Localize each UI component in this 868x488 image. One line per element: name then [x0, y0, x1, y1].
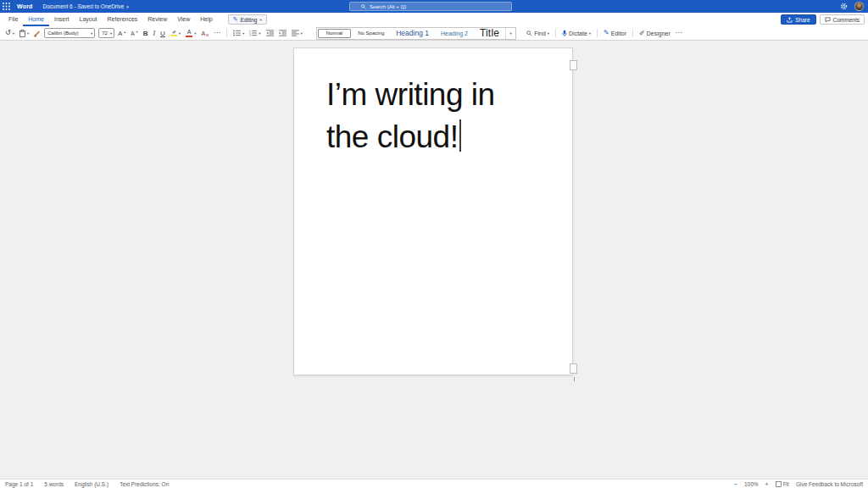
highlight-button[interactable]: ▾ [169, 28, 182, 39]
fit-label: Fit [783, 481, 789, 487]
zoom-level: 100% [744, 481, 759, 487]
menu-review[interactable]: Review [142, 13, 172, 26]
search-placeholder: Search (Alt + Q) [370, 4, 406, 9]
numbered-list-icon: 123 [249, 30, 257, 36]
dictate-button[interactable]: Dictate ▾ [560, 28, 593, 39]
chevron-down-icon: ▾ [126, 4, 129, 9]
search-input[interactable]: Search (Alt + Q) [349, 2, 512, 11]
feedback-link[interactable]: Give Feedback to Microsoft [796, 481, 863, 487]
grow-font-button[interactable]: A ▴ [116, 28, 127, 39]
overflow-icon: ⋯ [214, 30, 220, 36]
font-name-value: Calibri (Body) [47, 30, 78, 36]
clear-formatting-button[interactable]: A [199, 28, 210, 39]
menu-file[interactable]: File [3, 13, 23, 26]
bold-button[interactable]: B [142, 28, 150, 39]
search-icon [361, 4, 366, 9]
microphone-icon [562, 30, 567, 37]
gear-icon[interactable] [840, 3, 848, 10]
font-name-select[interactable]: Calibri (Body) ▾ [44, 28, 95, 38]
font-color-button[interactable]: A ▾ [184, 28, 198, 39]
menu-layout[interactable]: Layout [74, 13, 102, 26]
italic-button[interactable]: I [151, 28, 157, 39]
chevron-down-icon: ▾ [242, 31, 244, 36]
fit-page-button[interactable]: Fit [776, 481, 789, 487]
style-heading-1[interactable]: Heading 1 [390, 28, 435, 39]
document-text-line-1: I’m writing in [326, 74, 495, 116]
fit-page-icon [776, 481, 782, 487]
document-title[interactable]: Document 6 - Saved to OneDrive ▾ [43, 3, 129, 9]
word-count[interactable]: 5 words [44, 481, 64, 487]
menu-references[interactable]: References [103, 13, 143, 26]
editor-pen-icon: ✎ [604, 30, 609, 36]
designer-button[interactable]: ✐ Designer [637, 28, 672, 39]
status-bar: Page 1 of 1 5 words English (U.S.) Text … [0, 479, 868, 488]
format-painter-button[interactable] [32, 28, 42, 39]
header-margin-marker [570, 60, 577, 70]
document-title-text: Document 6 - Saved to OneDrive [43, 3, 125, 9]
font-size-select[interactable]: 72 ▾ [98, 28, 114, 38]
bullets-button[interactable]: ▾ [231, 28, 246, 39]
alignment-button[interactable]: ▾ [290, 28, 304, 39]
menu-view[interactable]: View [172, 13, 195, 26]
share-button[interactable]: Share [781, 14, 815, 25]
user-avatar[interactable] [854, 2, 864, 11]
document-page[interactable]: I’m writing in the cloud! [293, 47, 573, 375]
chevron-down-icon: ▾ [91, 31, 92, 36]
app-launcher-icon[interactable] [0, 0, 13, 13]
increase-indent-button[interactable] [277, 28, 288, 39]
comments-button[interactable]: Comments [820, 14, 865, 25]
ribbon-overflow-button[interactable]: ⋯ [674, 28, 684, 39]
document-text[interactable]: I’m writing in the cloud! [326, 74, 495, 158]
chevron-down-icon: ▾ [13, 31, 14, 36]
zoom-in-button[interactable]: + [765, 481, 769, 487]
caret-down-icon: ▾ [136, 30, 138, 34]
style-title[interactable]: Title [474, 28, 505, 39]
document-canvas: I’m writing in the cloud! [0, 41, 868, 479]
ribbon-divider [555, 29, 556, 37]
ribbon-divider [597, 29, 598, 37]
document-text-line-2: the cloud! [326, 116, 495, 158]
share-label: Share [795, 17, 810, 23]
style-no-spacing[interactable]: No Spacing [352, 28, 390, 39]
editing-mode-button[interactable]: ✎ Editing ▾ [228, 14, 267, 25]
chevron-down-icon: ▾ [301, 31, 303, 36]
designer-label: Designer [647, 30, 670, 36]
menu-insert[interactable]: Insert [49, 13, 75, 26]
style-heading-2[interactable]: Heading 2 [435, 28, 474, 39]
page-count[interactable]: Page 1 of 1 [5, 481, 33, 487]
find-button[interactable]: Find ▾ [525, 28, 551, 39]
style-normal[interactable]: Normal [318, 29, 351, 38]
indent-icon [279, 30, 287, 36]
shrink-font-button[interactable]: A ▾ [129, 28, 139, 39]
find-label: Find [534, 30, 546, 36]
editing-label: Editing [241, 17, 258, 23]
menu-help[interactable]: Help [195, 13, 217, 26]
decrease-indent-button[interactable] [264, 28, 275, 39]
clear-formatting-icon: A [201, 30, 205, 36]
chevron-down-icon: ▾ [27, 31, 29, 36]
page-end-mark [574, 377, 575, 381]
font-overflow-button[interactable]: ⋯ [212, 28, 222, 39]
ribbon-divider [226, 29, 227, 37]
styles-gallery-expand-button[interactable]: ▾ [505, 28, 515, 39]
outdent-icon [266, 30, 274, 36]
highlighter-icon [170, 30, 177, 37]
pencil-icon: ✎ [233, 16, 238, 23]
undo-button[interactable]: ↺ ▾ [3, 28, 16, 39]
font-color-icon: A [186, 29, 192, 37]
editor-label: Editor [611, 30, 626, 36]
chevron-down-icon: ▾ [510, 31, 512, 36]
underline-button[interactable]: U [159, 28, 167, 39]
comment-icon [825, 17, 831, 23]
paste-button[interactable]: ▾ [18, 28, 31, 39]
designer-pen-icon: ✐ [639, 30, 645, 37]
svg-text:3: 3 [249, 34, 251, 36]
menu-home[interactable]: Home [23, 13, 49, 26]
editor-button[interactable]: ✎ Editor [602, 28, 628, 39]
language-indicator[interactable]: English (U.S.) [75, 481, 108, 487]
numbering-button[interactable]: 123 ▾ [248, 28, 262, 39]
text-predictions-toggle[interactable]: Text Predictions: On [120, 481, 169, 487]
paintbrush-icon [34, 30, 41, 37]
chevron-down-icon: ▾ [548, 31, 549, 36]
zoom-out-button[interactable]: − [734, 481, 737, 487]
